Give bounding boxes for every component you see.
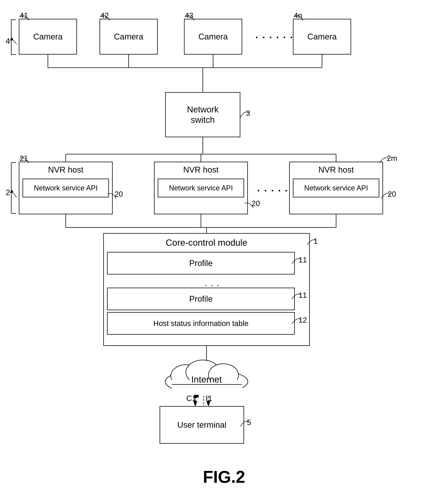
camera-43: Camera xyxy=(184,19,242,54)
ref-20-center-curve xyxy=(243,199,256,209)
ref-43-curve xyxy=(183,11,198,22)
core-control-label: Core-control module xyxy=(166,238,247,248)
nvr-api-21-label: Network service API xyxy=(34,184,98,192)
profile-1-label: Profile xyxy=(189,258,213,268)
nvr-center-title: NVR host xyxy=(183,165,219,174)
ref-2-arrow xyxy=(9,188,22,200)
camera-41: Camera xyxy=(19,19,77,54)
ref-20-right-curve xyxy=(379,189,392,200)
profile-dots: . . . xyxy=(205,277,220,288)
ref-21-curve xyxy=(18,154,32,164)
ref-4n-curve xyxy=(292,11,307,22)
camera-42: Camera xyxy=(99,19,158,54)
nvr-api-center-label: Network service API xyxy=(169,184,233,192)
user-terminal-label: User terminal xyxy=(177,420,226,429)
profile-2-label: Profile xyxy=(189,294,213,304)
camera-43-label: Camera xyxy=(198,32,228,41)
nvr-api-center: Network service API xyxy=(158,179,244,197)
camera-dots: . . . . . . xyxy=(255,29,293,40)
network-switch-label: Network switch xyxy=(187,104,219,125)
ref-12-curve xyxy=(290,315,303,325)
camera-4n-label: Camera xyxy=(307,32,337,41)
ref-11-p2-curve xyxy=(290,290,303,300)
user-terminal: User terminal xyxy=(160,406,244,444)
host-status-label: Host status information table xyxy=(153,319,249,328)
svg-text:Internet: Internet xyxy=(191,375,222,384)
network-switch: Network switch xyxy=(165,92,240,137)
internet-cloud: Internet xyxy=(160,355,254,397)
ref-11-p1-curve xyxy=(290,255,303,265)
nvr-21-title: NVR host xyxy=(48,165,83,174)
ref-41-curve xyxy=(18,11,33,22)
camera-41-label: Camera xyxy=(33,32,63,41)
ref-4-arrow xyxy=(9,37,20,48)
nvr-2m-title: NVR host xyxy=(319,165,354,174)
camera-4n: Camera xyxy=(293,19,351,54)
ref-5-curve xyxy=(239,417,252,428)
camera-42-label: Camera xyxy=(114,32,144,41)
host-status-table: Host status information table xyxy=(107,312,295,335)
ref-1-curve xyxy=(305,236,319,246)
ref-20-left-curve xyxy=(106,189,119,200)
figure-label: FIG.2 xyxy=(203,467,245,487)
diagram: Camera 41 Camera 42 Camera 43 . . . . . … xyxy=(0,0,448,498)
profile-1: Profile xyxy=(107,252,295,275)
profile-2: Profile xyxy=(107,288,295,310)
nvr-api-2m: Network service API xyxy=(293,179,379,197)
ref-42-curve xyxy=(98,11,113,22)
nvr-api-21: Network service API xyxy=(23,179,109,197)
nvr-api-2m-label: Network service API xyxy=(304,184,368,192)
ref-2m-curve xyxy=(378,154,393,164)
ref-3-curve xyxy=(239,108,252,119)
